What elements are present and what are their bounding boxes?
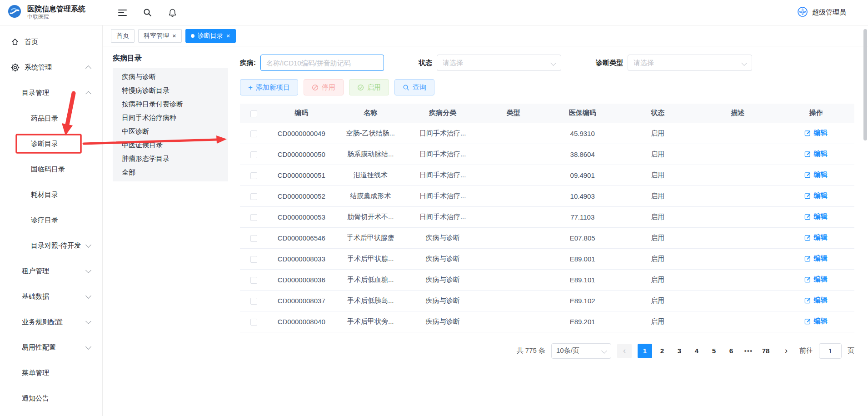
catalog-title: 疾病目录	[113, 54, 228, 63]
enable-label: 启用	[367, 83, 381, 92]
cell-type	[479, 123, 547, 144]
col-type: 类型	[479, 104, 547, 123]
tab-diagnosis-catalog[interactable]: 诊断目录 ×	[185, 29, 236, 43]
sidebar-item-notice[interactable]: 通知公告	[0, 386, 102, 411]
sidebar-item-consumables-catalog[interactable]: 耗材目录	[0, 182, 102, 207]
user-medical-icon	[797, 6, 808, 19]
edit-button[interactable]: 编辑	[804, 233, 827, 242]
row-checkbox[interactable]	[250, 172, 257, 179]
sidebar-item-tenant-mgmt[interactable]: 租户管理	[0, 258, 102, 284]
tab-dept-mgmt[interactable]: 科室管理 ×	[138, 29, 182, 43]
row-checkbox[interactable]	[250, 235, 257, 242]
user-name[interactable]: 超级管理员	[812, 8, 846, 17]
catalog-item-day-surgery[interactable]: 日间手术治疗病种	[113, 111, 228, 125]
row-checkbox[interactable]	[250, 151, 257, 158]
edit-button[interactable]: 编辑	[804, 296, 827, 305]
sidebar-item-label: 首页	[25, 38, 38, 46]
sidebar-item-label: 目录对照-待开发	[31, 241, 81, 250]
page-button-2[interactable]: 2	[655, 344, 669, 358]
edit-button[interactable]: 编辑	[804, 129, 827, 137]
sidebar-item-menu-mgmt[interactable]: 菜单管理	[0, 360, 102, 386]
cell-description	[698, 206, 778, 227]
toolbar: + 添加新项目 停用 启用 查询	[240, 79, 854, 95]
page-button-78[interactable]: 78	[758, 344, 773, 358]
menu-collapse-icon[interactable]	[118, 9, 127, 16]
cell-name: 肋骨切开术不...	[335, 206, 406, 227]
sidebar-item-home[interactable]: 首页	[0, 29, 102, 55]
catalog-item-disease-diagnosis[interactable]: 疾病与诊断	[113, 70, 228, 84]
disable-button[interactable]: 停用	[304, 79, 344, 95]
app-title: 医院信息管理系统	[27, 5, 85, 14]
sidebar-item-system-mgmt[interactable]: 系统管理	[0, 55, 102, 80]
disable-label: 停用	[322, 83, 335, 92]
edit-button[interactable]: 编辑	[804, 275, 827, 284]
sidebar-item-diagnosis-catalog[interactable]: 诊断目录	[0, 131, 102, 156]
vertical-scrollbar-thumb[interactable]	[863, 29, 867, 140]
row-checkbox[interactable]	[250, 193, 257, 200]
edit-button[interactable]: 编辑	[804, 170, 827, 179]
table-row: CD0000008040手术后甲状旁...疾病与诊断E89.201启用编辑	[240, 311, 854, 332]
catalog-item-chronic[interactable]: 特慢病诊断目录	[113, 84, 228, 97]
row-checkbox[interactable]	[250, 277, 257, 284]
catalog-item-drg-payment[interactable]: 按病种目录付费诊断	[113, 97, 228, 111]
page-button-1[interactable]: 1	[638, 344, 652, 358]
edit-button[interactable]: 编辑	[804, 317, 827, 326]
catalog-item-tcm-syndrome[interactable]: 中医证候目录	[113, 138, 228, 152]
row-checkbox[interactable]	[250, 214, 257, 221]
page-button-4[interactable]: 4	[689, 344, 704, 358]
row-checkbox[interactable]	[250, 319, 257, 326]
cell-code: CD0000000053	[268, 206, 335, 227]
sidebar-item-treatment-catalog[interactable]: 诊疗目录	[0, 207, 102, 233]
sidebar-item-drug-catalog[interactable]: 药品目录	[0, 105, 102, 131]
next-page-button[interactable]: ›	[779, 344, 793, 358]
page-size-select[interactable]: 10条/页	[551, 343, 611, 359]
goto-page-input[interactable]	[819, 343, 842, 359]
row-checkbox[interactable]	[250, 298, 257, 305]
edit-button[interactable]: 编辑	[804, 150, 827, 158]
sidebar-item-catalog-mgmt[interactable]: 目录管理	[0, 80, 102, 105]
cell-code: CD0000000051	[268, 165, 335, 185]
check-circle-icon	[357, 84, 364, 91]
enable-button[interactable]: 启用	[349, 79, 389, 95]
select-all-checkbox[interactable]	[250, 110, 257, 117]
catalog-item-all[interactable]: 全部	[113, 165, 228, 179]
cell-status: 启用	[618, 206, 698, 227]
user-menu[interactable]: 超级管理员	[797, 6, 868, 19]
sidebar-item-national-code-catalog[interactable]: 国临码目录	[0, 156, 102, 182]
close-icon[interactable]: ×	[172, 32, 176, 39]
edit-icon	[804, 171, 811, 178]
chevron-down-icon	[550, 60, 556, 66]
edit-button[interactable]: 编辑	[804, 212, 827, 221]
sidebar-item-label: 易用性配置	[22, 343, 56, 352]
sidebar-item-basic-data[interactable]: 基础数据	[0, 284, 102, 309]
add-item-button[interactable]: + 添加新项目	[240, 79, 298, 95]
catalog-item-tcm-diagnosis[interactable]: 中医诊断	[113, 125, 228, 138]
cell-status: 启用	[618, 269, 698, 290]
disease-search-input[interactable]	[260, 55, 384, 71]
diagnosis-type-select[interactable]: 请选择	[628, 55, 752, 71]
edit-button[interactable]: 编辑	[804, 254, 827, 263]
sidebar-item-usability-config[interactable]: 易用性配置	[0, 335, 102, 360]
row-checkbox[interactable]	[250, 130, 257, 137]
tab-home[interactable]: 首页	[111, 29, 135, 43]
cell-description	[698, 290, 778, 311]
page-button-6[interactable]: 6	[724, 344, 738, 358]
edit-button[interactable]: 编辑	[804, 191, 827, 200]
catalog-item-tumor-morphology[interactable]: 肿瘤形态学目录	[113, 152, 228, 165]
sidebar-item-label: 租户管理	[22, 267, 49, 276]
cell-type	[479, 206, 547, 227]
status-select[interactable]: 请选择	[437, 55, 561, 71]
query-button[interactable]: 查询	[394, 79, 434, 95]
cell-status: 启用	[618, 227, 698, 248]
page-button-5[interactable]: 5	[707, 344, 721, 358]
sidebar-item-label: 国临码目录	[31, 165, 65, 174]
bell-icon[interactable]	[168, 8, 177, 17]
page-button-3[interactable]: 3	[672, 344, 687, 358]
prev-page-button[interactable]: ‹	[617, 344, 632, 358]
close-icon[interactable]: ×	[226, 32, 230, 39]
sidebar-item-catalog-mapping[interactable]: 目录对照-待开发	[0, 233, 102, 258]
pagination-ellipsis[interactable]: •••	[741, 344, 756, 358]
row-checkbox[interactable]	[250, 256, 257, 263]
sidebar-item-business-rules[interactable]: 业务规则配置	[0, 309, 102, 335]
search-icon[interactable]	[143, 8, 152, 17]
